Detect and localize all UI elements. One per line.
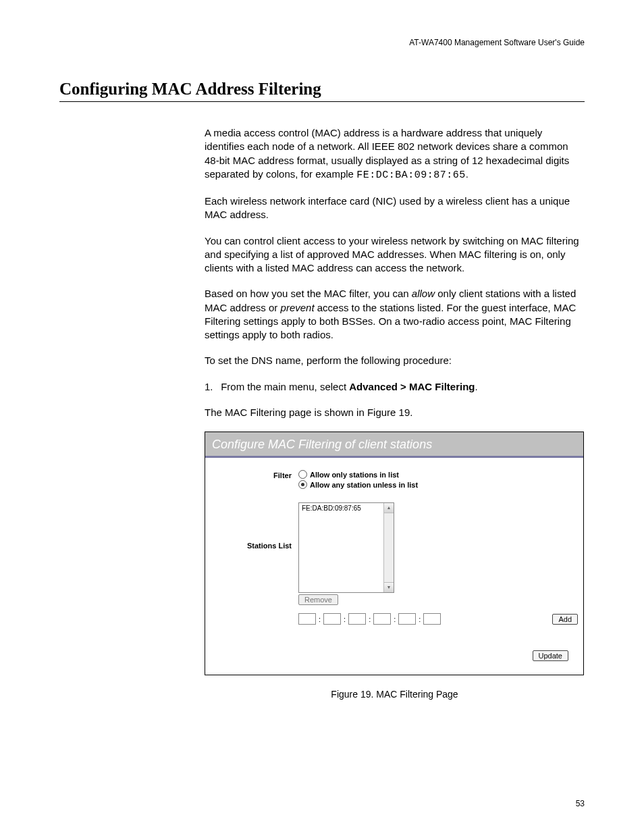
term-mac: MAC [315, 127, 337, 138]
term-mac: MAC [554, 302, 576, 313]
stations-listbox[interactable]: FE:DA:BD:09:87:65 ▴ ▾ [298, 502, 394, 593]
text: Based on how you set the MAC filter, you… [205, 288, 412, 299]
mac-separator: : [369, 615, 371, 623]
paragraph-5: To set the DNS name, perform the followi… [205, 354, 585, 367]
section-rule [59, 101, 585, 102]
figure-19-box: Configure MAC Filtering of client statio… [205, 432, 584, 675]
radio-allow-any[interactable] [298, 480, 307, 489]
mac-octet-3[interactable] [348, 613, 366, 625]
text: Each wireless network interface card ( [205, 195, 375, 207]
remove-button[interactable]: Remove [298, 594, 338, 605]
section-title: Configuring MAC Address Filtering [59, 80, 585, 99]
listbox-scrollbar[interactable]: ▴ ▾ [383, 503, 394, 592]
mac-octet-1[interactable] [298, 613, 316, 625]
paragraph-2: Each wireless network interface card (NI… [205, 194, 585, 222]
text: . [466, 168, 468, 180]
text: From the main menu, select [221, 381, 349, 392]
mac-octet-5[interactable] [398, 613, 416, 625]
mac-input-row: : : : : : Add [298, 613, 578, 625]
paragraph-4: Based on how you set the MAC filter, you… [205, 287, 585, 342]
mac-separator: : [419, 615, 421, 623]
mac-octet-6[interactable] [423, 613, 441, 625]
running-header: AT-WA7400 Management Software User's Gui… [59, 38, 585, 47]
mac-example-code: FE:DC:BA:09:87:65 [356, 170, 466, 181]
emphasis-allow: allow [412, 288, 435, 299]
step-1-subtext: The MAC Filtering page is shown in Figur… [205, 406, 585, 419]
mac-separator: : [319, 615, 321, 623]
text: A media access control ( [205, 127, 315, 138]
radio-allow-only[interactable] [298, 470, 307, 479]
paragraph-3: You can control client access to your wi… [205, 234, 585, 276]
mac-separator: : [394, 615, 396, 623]
mac-separator: : [344, 615, 346, 623]
text: Filtering settings apply to both [205, 315, 342, 327]
list-item[interactable]: FE:DA:BD:09:87:65 [302, 504, 381, 512]
radio-allow-any-label: Allow any station unless in list [310, 481, 418, 489]
update-button[interactable]: Update [533, 650, 568, 661]
radio-allow-only-label: Allow only stations in list [310, 471, 399, 479]
body-column: A media access control (MAC) address is … [205, 126, 585, 419]
scroll-down-icon[interactable]: ▾ [384, 582, 394, 592]
figure-caption: Figure 19. MAC Filtering Page [205, 689, 585, 700]
step-number: 1. [205, 380, 218, 394]
text: . [475, 381, 478, 392]
scroll-up-icon[interactable]: ▴ [384, 503, 394, 513]
menu-path: Advanced > MAC Filtering [349, 381, 475, 392]
figure-panel-title: Configure MAC Filtering of client statio… [205, 432, 583, 456]
page-number: 53 [576, 799, 585, 808]
paragraph-1: A media access control (MAC) address is … [205, 126, 585, 182]
mac-octet-4[interactable] [373, 613, 391, 625]
step-1: 1. From the main menu, select Advanced >… [205, 380, 585, 394]
scroll-track[interactable] [384, 513, 394, 582]
text: access to the stations listed. For the g… [315, 302, 554, 313]
stations-list-label: Stations List [211, 502, 298, 550]
filter-label: Filter [211, 470, 298, 479]
add-button[interactable]: Add [552, 614, 578, 625]
term-bss: BSS [342, 315, 362, 327]
emphasis-prevent: prevent [281, 302, 315, 313]
term-nic: NIC [375, 195, 393, 207]
mac-octet-2[interactable] [323, 613, 341, 625]
